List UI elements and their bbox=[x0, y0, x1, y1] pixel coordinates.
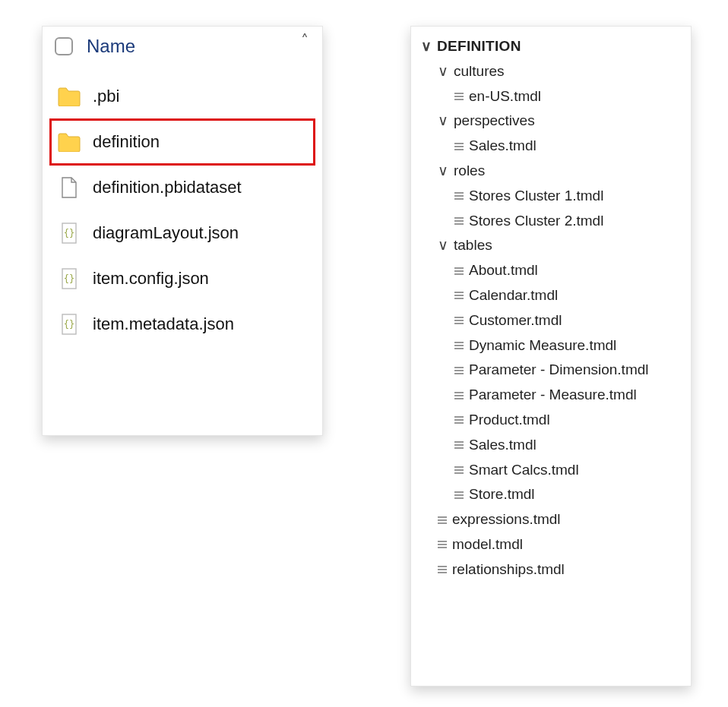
tree-label: About.tmdl bbox=[469, 262, 538, 279]
file-icon bbox=[58, 177, 81, 198]
tree-label: Dynamic Measure.tmdl bbox=[469, 337, 616, 355]
tree-label: cultures bbox=[454, 63, 505, 80]
file-lines-icon bbox=[454, 440, 464, 450]
file-lines-icon bbox=[454, 290, 464, 301]
tree-file[interactable]: Sales.tmdl bbox=[411, 134, 691, 159]
tree-label: en-US.tmdl bbox=[469, 88, 541, 106]
file-lines-icon bbox=[437, 515, 448, 526]
tree-file[interactable]: Smart Calcs.tmdl bbox=[411, 458, 691, 483]
json-icon: {} bbox=[58, 223, 81, 244]
tree-file[interactable]: About.tmdl bbox=[411, 258, 691, 283]
file-lines-icon bbox=[454, 216, 464, 226]
chevron-down-icon: ∨ bbox=[437, 163, 449, 180]
file-lines-icon bbox=[454, 490, 464, 500]
file-item-definition-pbidataset[interactable]: definition.pbidataset bbox=[50, 165, 315, 210]
tree-label: Parameter - Dimension.tmdl bbox=[469, 361, 649, 379]
json-icon: {} bbox=[58, 314, 81, 335]
file-lines-icon bbox=[454, 141, 464, 152]
tree-file[interactable]: Product.tmdl bbox=[411, 408, 691, 433]
svg-text:{}: {} bbox=[64, 319, 74, 330]
tree-file[interactable]: Parameter - Measure.tmdl bbox=[411, 383, 691, 408]
tree-label: Store.tmdl bbox=[469, 486, 535, 503]
tree-file[interactable]: Customer.tmdl bbox=[411, 308, 691, 333]
tree-folder-tables[interactable]: ∨tables bbox=[411, 233, 691, 258]
chevron-down-icon: ∨ bbox=[437, 63, 449, 80]
file-lines-icon bbox=[454, 266, 464, 276]
file-label: diagramLayout.json bbox=[93, 223, 239, 243]
tree-file[interactable]: relationships.tmdl bbox=[411, 557, 691, 582]
chevron-down-icon: ∨ bbox=[437, 112, 449, 130]
chevron-down-icon: ∨ bbox=[420, 38, 432, 55]
file-lines-icon bbox=[454, 390, 464, 401]
tree-label: Sales.tmdl bbox=[469, 137, 537, 155]
root[interactable]: ∨DEFINITION bbox=[411, 34, 691, 59]
folder-icon bbox=[58, 131, 81, 153]
file-explorer-panel: Name ˄ .pbi definition definition.pbidat… bbox=[42, 26, 323, 436]
tree-file[interactable]: Store.tmdl bbox=[411, 482, 691, 507]
file-lines-icon bbox=[454, 415, 464, 425]
file-lines-icon bbox=[454, 191, 464, 201]
definition-tree-panel: ∨DEFINITION∨cultures en-US.tmdl∨perspect… bbox=[410, 26, 692, 686]
tree-file[interactable]: Stores Cluster 1.tmdl bbox=[411, 184, 691, 209]
file-lines-icon bbox=[454, 340, 464, 351]
tree-label: perspectives bbox=[454, 112, 535, 130]
tree-label: DEFINITION bbox=[437, 38, 521, 55]
json-item-item-config-json[interactable]: {} item.config.json bbox=[50, 256, 315, 301]
tree-file[interactable]: Sales.tmdl bbox=[411, 433, 691, 458]
file-label: definition.pbidataset bbox=[93, 178, 242, 197]
file-lines-icon bbox=[437, 564, 448, 575]
json-item-diagramlayout-json[interactable]: {} diagramLayout.json bbox=[50, 210, 315, 256]
tree-label: model.tmdl bbox=[452, 536, 523, 554]
tree-file[interactable]: expressions.tmdl bbox=[411, 507, 691, 532]
file-lines-icon bbox=[437, 539, 448, 550]
tree-label: Calendar.tmdl bbox=[469, 287, 558, 305]
tree-file[interactable]: Dynamic Measure.tmdl bbox=[411, 333, 691, 358]
folder-item--pbi[interactable]: .pbi bbox=[50, 74, 315, 119]
name-column-header[interactable]: Name bbox=[87, 36, 135, 57]
tree-label: Stores Cluster 2.tmdl bbox=[469, 213, 603, 230]
tree-label: Sales.tmdl bbox=[469, 437, 537, 454]
tree-label: Stores Cluster 1.tmdl bbox=[469, 188, 603, 205]
tree-label: Product.tmdl bbox=[469, 412, 550, 429]
tree-file[interactable]: Calendar.tmdl bbox=[411, 283, 691, 308]
tree-folder-cultures[interactable]: ∨cultures bbox=[411, 59, 691, 84]
file-explorer-header: Name ˄ bbox=[43, 27, 322, 71]
tree-label: Smart Calcs.tmdl bbox=[469, 462, 579, 479]
file-label: item.config.json bbox=[93, 269, 209, 289]
tree-label: Parameter - Measure.tmdl bbox=[469, 387, 637, 404]
tree-folder-perspectives[interactable]: ∨perspectives bbox=[411, 109, 691, 134]
file-label: definition bbox=[93, 132, 160, 152]
chevron-down-icon: ∨ bbox=[437, 237, 449, 254]
tree-label: relationships.tmdl bbox=[452, 561, 565, 579]
tree-file[interactable]: model.tmdl bbox=[411, 532, 691, 557]
json-icon: {} bbox=[58, 268, 81, 289]
svg-text:{}: {} bbox=[64, 273, 74, 284]
folder-icon bbox=[58, 86, 81, 107]
file-lines-icon bbox=[454, 91, 464, 102]
json-item-item-metadata-json[interactable]: {} item.metadata.json bbox=[50, 301, 315, 347]
tree-label: roles bbox=[454, 163, 485, 180]
tree-file[interactable]: Stores Cluster 2.tmdl bbox=[411, 209, 691, 234]
file-lines-icon bbox=[454, 465, 464, 475]
tree-file[interactable]: en-US.tmdl bbox=[411, 84, 691, 109]
file-lines-icon bbox=[454, 315, 464, 326]
sort-caret-icon[interactable]: ˄ bbox=[301, 31, 309, 49]
tree-label: Customer.tmdl bbox=[469, 312, 562, 330]
svg-text:{}: {} bbox=[64, 228, 74, 238]
file-label: .pbi bbox=[93, 87, 119, 106]
select-all-checkbox[interactable] bbox=[55, 37, 73, 55]
tree-label: expressions.tmdl bbox=[452, 511, 561, 529]
tree-label: tables bbox=[454, 237, 492, 254]
file-lines-icon bbox=[454, 365, 464, 376]
tree-folder-roles[interactable]: ∨roles bbox=[411, 159, 691, 184]
file-label: item.metadata.json bbox=[93, 314, 234, 334]
folder-item-definition[interactable]: definition bbox=[50, 119, 315, 165]
tree-file[interactable]: Parameter - Dimension.tmdl bbox=[411, 358, 691, 383]
